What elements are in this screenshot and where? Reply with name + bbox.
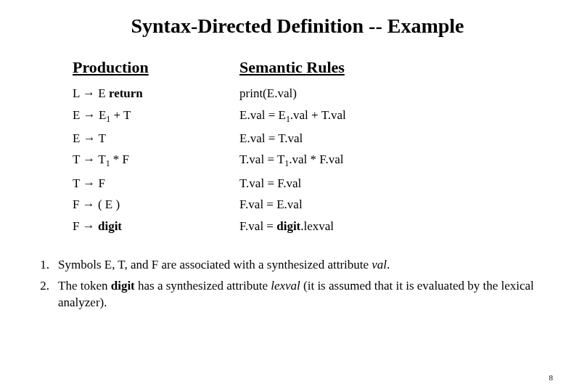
rule-row: F → ( E )F.val = E.val (73, 195, 544, 214)
production-cell: T → T1 * F (73, 150, 239, 171)
rule-row: L → E returnprint(E.val) (73, 84, 544, 103)
note-text: The token digit has a synthesized attrib… (58, 278, 544, 311)
production-cell: F → ( E ) (73, 195, 239, 214)
table-header-row: Production Semantic Rules (73, 58, 544, 77)
semantic-cell: F.val = E.val (239, 195, 303, 214)
rule-row: T → FT.val = F.val (73, 174, 544, 193)
semantic-cell: T.val = T1.val * F.val (239, 150, 343, 171)
production-cell: T → F (73, 174, 239, 193)
note-item: 2.The token digit has a synthesized attr… (36, 278, 544, 311)
note-item: 1.Symbols E, T, and F are associated wit… (36, 257, 544, 274)
note-number: 2. (36, 278, 58, 311)
semantic-cell: T.val = F.val (239, 174, 301, 193)
note-number: 1. (36, 257, 58, 274)
semantic-cell: E.val = T.val (239, 129, 303, 148)
header-production: Production (73, 58, 239, 77)
production-cell: E → E1 + T (73, 106, 239, 126)
page-number: 8 (549, 373, 554, 382)
notes-list: 1.Symbols E, T, and F are associated wit… (36, 257, 544, 311)
rule-row: T → T1 * FT.val = T1.val * F.val (73, 150, 544, 171)
semantic-cell: F.val = digit.lexval (239, 217, 334, 236)
rule-row: E → E1 + TE.val = E1.val + T.val (73, 106, 544, 126)
production-cell: E → T (73, 129, 239, 148)
header-semantic: Semantic Rules (239, 58, 345, 77)
production-cell: L → E return (73, 84, 239, 103)
semantic-cell: E.val = E1.val + T.val (239, 106, 346, 126)
rule-row: F → digitF.val = digit.lexval (73, 217, 544, 236)
slide-title: Syntax-Directed Definition -- Example (51, 15, 544, 38)
rule-row: E → TE.val = T.val (73, 129, 544, 148)
rules-table: Production Semantic Rules L → E returnpr… (73, 58, 544, 235)
note-text: Symbols E, T, and F are associated with … (58, 257, 544, 274)
semantic-cell: print(E.val) (239, 84, 297, 103)
production-cell: F → digit (73, 217, 239, 236)
